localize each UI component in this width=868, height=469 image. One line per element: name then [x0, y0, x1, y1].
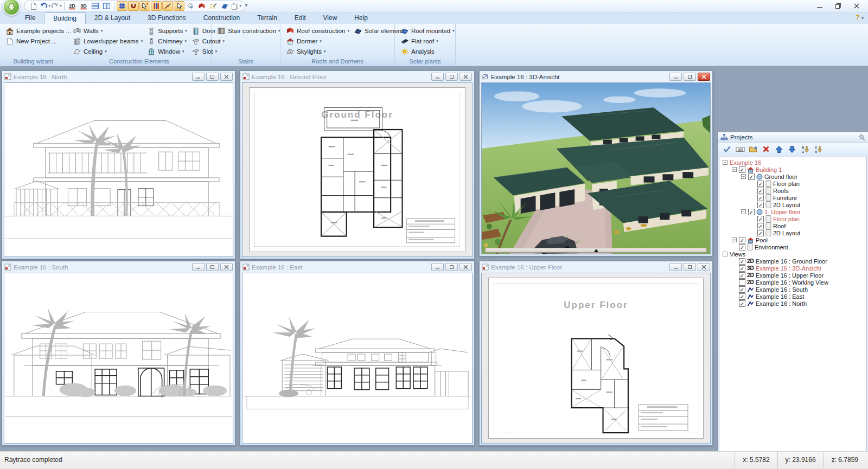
window-close-button[interactable]	[698, 73, 710, 81]
tree-checkbox[interactable]: ✓	[748, 209, 755, 215]
tree-row[interactable]: −Views	[719, 250, 866, 258]
window-restore-button[interactable]	[206, 73, 219, 81]
tree-row[interactable]: ✓3DExample 16 : 3D-Ansicht	[719, 265, 866, 272]
help-icon[interactable]: ? ▾	[856, 14, 864, 21]
move-up-button[interactable]	[774, 144, 784, 154]
tree-expander-icon[interactable]: −	[723, 160, 727, 165]
tree-expander-icon[interactable]: −	[741, 209, 746, 214]
window-upper-floor[interactable]: Example 16 : Upper Floor Upper Floor	[479, 261, 713, 446]
tree-row[interactable]: ✓2DExample 16 : Ground Floor	[719, 258, 866, 265]
transform-button[interactable]	[185, 1, 196, 11]
tree-row[interactable]: ✓Example 16 : East	[719, 293, 866, 300]
close-button[interactable]	[847, 0, 866, 12]
window-close-button[interactable]	[698, 263, 710, 271]
minimize-button[interactable]	[810, 0, 829, 12]
window-minimize-button[interactable]	[669, 73, 682, 81]
window-minimize-button[interactable]	[431, 263, 444, 271]
tree-checkbox[interactable]: ✓	[739, 293, 745, 300]
window-east-titlebar[interactable]: Example 16 : East	[240, 261, 474, 273]
dropdown-caret-icon[interactable]: ▾	[278, 29, 280, 33]
tree-checkbox[interactable]: ✓	[739, 166, 745, 173]
tree-checkbox[interactable]: ✓	[757, 195, 764, 201]
window-restore-button[interactable]	[445, 263, 458, 271]
tree-checkbox[interactable]: ✓	[739, 244, 745, 250]
tree-checkbox[interactable]: ✓	[739, 300, 745, 307]
ribbon-button-stair-construction[interactable]: Stair construction▾	[215, 25, 282, 36]
pin-icon[interactable]	[858, 134, 865, 141]
ribbon-button-roof-construction[interactable]: Roof construction▾	[284, 25, 352, 36]
window-ground-floor[interactable]: Example 16 : Ground Floor Ground Floor	[240, 70, 475, 259]
ribbon-button-dormer[interactable]: Dormer▾	[284, 36, 352, 46]
ribbon-button-lower-upper-beams[interactable]: Lower/upper beams▾	[71, 36, 145, 46]
window-minimize-button[interactable]	[431, 73, 444, 81]
dropdown-caret-icon[interactable]: ▾	[452, 29, 455, 33]
dropdown-caret-icon[interactable]: ▾	[348, 29, 350, 33]
window-east[interactable]: Example 16 : East	[240, 261, 475, 446]
tree-row[interactable]: −✓Building 1	[719, 166, 866, 173]
select-arrow-button[interactable]	[174, 1, 184, 11]
dropdown-caret-icon[interactable]: ▾	[105, 49, 107, 54]
rename-abl-button[interactable]: abl	[735, 144, 745, 154]
tree-expander-icon[interactable]: −	[741, 174, 746, 179]
tree-row[interactable]: ✓Environment	[719, 243, 866, 250]
dropdown-caret-icon[interactable]: ▾	[101, 29, 103, 33]
tab-2d-layout[interactable]: 2D & Layout	[86, 12, 139, 24]
sort-za-button[interactable]: zn	[813, 144, 823, 154]
copy-button[interactable]: ▾	[231, 1, 241, 11]
tree-row[interactable]: −✓Ground floor	[719, 173, 866, 180]
tree-row[interactable]: ✓2D Layout	[719, 201, 866, 208]
sort-az-button[interactable]: az	[800, 144, 810, 154]
tree-row[interactable]: ✓2D Layout	[719, 229, 866, 236]
surface-tool-button[interactable]	[219, 1, 230, 11]
roof-tool-button[interactable]	[196, 1, 207, 11]
tree-row[interactable]: −✓1. Upper floor	[719, 208, 866, 215]
tab-construction[interactable]: Construction	[195, 12, 248, 24]
ribbon-button-supports[interactable]: Supports▾	[145, 25, 189, 36]
tree-row[interactable]: 2DExample 16 : Working View	[719, 279, 866, 286]
south-elevation-canvas[interactable]	[4, 273, 233, 444]
dropdown-caret-icon[interactable]: ▾	[436, 39, 438, 43]
window-minimize-button[interactable]	[192, 263, 205, 271]
tree-row[interactable]: ✓Roofs	[719, 187, 866, 194]
dropdown-caret-icon[interactable]: ▾	[48, 4, 50, 8]
window-restore-button[interactable]	[206, 263, 219, 271]
view-2d-button[interactable]: 2D	[67, 1, 78, 11]
tree-checkbox[interactable]: ✓	[739, 258, 745, 265]
tree-row[interactable]: ✓Floor plan	[719, 180, 866, 187]
tree-checkbox[interactable]: ✓	[757, 181, 764, 187]
tree-checkbox[interactable]	[739, 279, 745, 286]
dropdown-caret-icon[interactable]: ▾	[324, 49, 326, 54]
tree-checkbox[interactable]: ✓	[757, 230, 764, 236]
area-tool-button[interactable]	[208, 1, 219, 11]
tree-checkbox[interactable]: ✓	[739, 237, 745, 243]
tree-checkbox[interactable]: ✓	[739, 286, 745, 293]
tree-row[interactable]: ✓Furniture	[719, 194, 866, 201]
new-page-button[interactable]	[28, 1, 39, 11]
tree-row[interactable]: ✓2DExample 16 : Upper Floor	[719, 272, 866, 279]
window-3d-view[interactable]: Example 16 : 3D-Ansicht	[479, 70, 713, 256]
window-close-button[interactable]	[220, 73, 233, 81]
snap-cursor-button[interactable]	[139, 1, 150, 11]
ribbon-button-walls[interactable]: Walls▾	[71, 25, 145, 36]
ribbon-button-roof-mounted[interactable]: Roof mounted▾	[398, 25, 457, 36]
split-vertical-button[interactable]	[101, 1, 112, 11]
tab-building[interactable]: Building	[44, 12, 86, 24]
dropdown-caret-icon[interactable]: ▾	[141, 39, 143, 43]
dropdown-caret-icon[interactable]: ▾	[185, 39, 187, 43]
tree-row[interactable]: +✓Pool	[719, 236, 866, 243]
tree-expander-icon[interactable]: −	[723, 252, 727, 256]
tree-row[interactable]: ✓Floor plan	[719, 215, 866, 222]
restore-button[interactable]	[829, 0, 847, 12]
window-south[interactable]: Example 16 : South	[2, 261, 235, 446]
view-rotation-scrollbar[interactable]	[485, 248, 707, 253]
tab-file[interactable]: File	[16, 12, 44, 24]
ribbon-button-ceiling[interactable]: Ceiling▾	[71, 46, 145, 56]
delete-x-button[interactable]	[761, 144, 771, 154]
folder-options-button[interactable]	[748, 144, 758, 154]
tab-view[interactable]: View	[315, 12, 346, 24]
magnet-button[interactable]	[128, 1, 139, 11]
dropdown-caret-icon[interactable]: ▾	[320, 39, 322, 43]
window-close-button[interactable]	[459, 73, 472, 81]
window-ground-floor-titlebar[interactable]: Example 16 : Ground Floor	[240, 71, 474, 82]
projects-panel-header[interactable]: Projects	[718, 132, 868, 143]
